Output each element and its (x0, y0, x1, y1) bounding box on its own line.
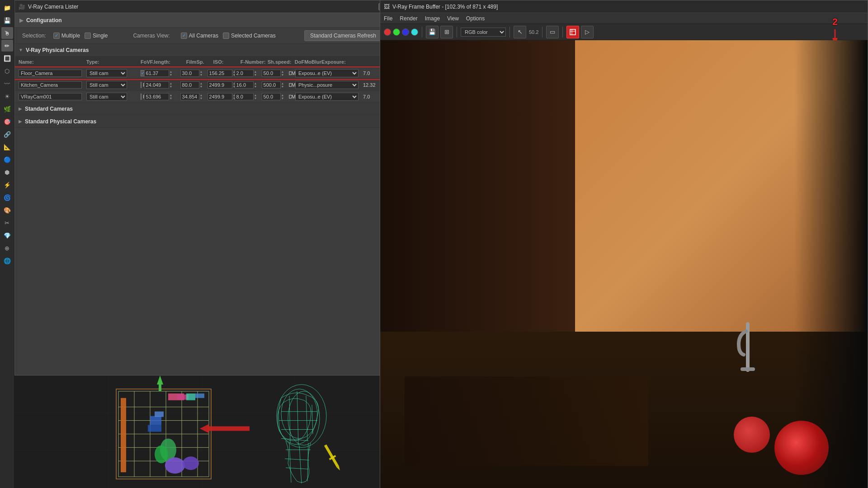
left-tool-globe[interactable]: 🌐 (1, 255, 13, 267)
floor-exposure-select[interactable]: Exposu..e (EV) (295, 69, 359, 77)
kitchen-exposure-select[interactable]: Physic...posure (295, 81, 359, 89)
vray-shspeed-spinner[interactable]: ▲▼ (281, 94, 284, 100)
left-tool-sun[interactable]: ☀ (1, 90, 13, 102)
camera-lister-icon: 🎥 (19, 4, 25, 10)
vray-flength-input[interactable] (144, 93, 169, 100)
left-tool-select[interactable]: 🖱 (1, 27, 13, 39)
fb-menu-render[interactable]: Render (400, 15, 417, 22)
vray-flength-spinner[interactable]: ▲▼ (170, 94, 173, 100)
svg-point-28 (155, 445, 168, 463)
viewport-3d[interactable] (14, 375, 390, 488)
kitchen-camera-type-select[interactable]: Still cam (86, 81, 127, 89)
floor-shspeed-spinner[interactable]: ▲▼ (281, 70, 284, 76)
col-dof-header: DoF (295, 59, 304, 65)
kitchen-flength-spinner[interactable]: ▲▼ (170, 82, 173, 88)
fb-tool-grid[interactable]: ⊞ (440, 26, 453, 38)
vray-physical-cameras-label: V-Ray Physical Cameras (26, 47, 89, 53)
standard-cameras-section[interactable]: ▶ Standard Cameras (15, 103, 389, 115)
left-tool-box[interactable]: 🔳 (1, 52, 13, 64)
vray-physical-cameras-section[interactable]: ▼ V-Ray Physical Cameras (15, 44, 389, 56)
floor-filmsp-input[interactable] (180, 70, 199, 77)
fb-menu-options[interactable]: Options (466, 15, 485, 22)
vray-shspeed-input[interactable] (262, 93, 281, 100)
all-cameras-checkbox[interactable] (181, 33, 187, 39)
left-tool-cut[interactable]: ✂ (1, 217, 13, 229)
annotation-number: 2 (832, 17, 837, 27)
floor-shspeed-input[interactable] (262, 70, 281, 77)
vray-exposure-select[interactable]: Exposu..e (EV) (295, 93, 359, 101)
left-tool-bolt[interactable]: ⚡ (1, 179, 13, 191)
standard-physical-cameras-section[interactable]: ▶ Standard Physical Cameras (15, 115, 389, 128)
left-tool-paint[interactable]: 🎨 (1, 204, 13, 216)
kitchen-flength-input[interactable] (144, 81, 169, 89)
viewport-canvas[interactable] (14, 375, 390, 488)
floor-camera-name-input[interactable] (19, 70, 82, 77)
left-tool-file[interactable]: 📁 (1, 2, 13, 14)
fb-tool-cursor[interactable]: ↖ (514, 26, 526, 38)
kitchen-filmsp-spinner[interactable]: ▲▼ (200, 82, 203, 88)
kitchen-fnumber-input[interactable] (235, 81, 254, 89)
left-tool-gem[interactable]: 💎 (1, 230, 13, 241)
multiple-radio[interactable]: Multiple (53, 33, 80, 39)
vray-filmsp-spinner[interactable]: ▲▼ (200, 94, 203, 100)
left-tool-edit[interactable]: ✏ (1, 40, 13, 52)
left-tool-target[interactable]: 🎯 (1, 116, 13, 127)
kitchen-fnumber-spinner[interactable]: ▲▼ (254, 82, 257, 88)
kitchen-shspeed-input[interactable] (262, 81, 281, 89)
single-checkbox[interactable] (85, 33, 91, 39)
kitchen-filmsp-input[interactable] (180, 81, 199, 89)
vray-filmsp-input[interactable] (180, 93, 199, 100)
single-radio[interactable]: Single (85, 33, 108, 39)
all-cameras-radio[interactable]: All Cameras (181, 33, 218, 39)
left-tool-swirl[interactable]: 🌀 (1, 192, 13, 203)
selected-cameras-checkbox[interactable] (223, 33, 229, 39)
fb-tool-next[interactable]: ▷ (581, 26, 594, 38)
vray-fnumber-spinner[interactable]: ▲▼ (254, 94, 257, 100)
multiple-checkbox[interactable] (53, 33, 60, 39)
kitchen-camera-name-input[interactable] (19, 81, 82, 89)
floor-fnumber-input[interactable] (235, 70, 254, 77)
standard-cameras-arrow: ▶ (19, 106, 22, 111)
fb-color-select[interactable]: RGB color (461, 28, 506, 37)
kitchen-iso-input[interactable] (208, 81, 232, 89)
left-tool-measure[interactable]: 📐 (1, 141, 13, 153)
floor-flength-spinner[interactable]: ▲▼ (170, 70, 173, 76)
vray-fnumber-input[interactable] (235, 93, 254, 100)
vray-camera-type-select[interactable]: Still cam (86, 93, 127, 101)
kitchen-fov-checkbox[interactable] (141, 82, 142, 88)
floor-flength-input[interactable] (144, 70, 169, 77)
standard-cameras-refresh-btn[interactable]: Standard Cameras Refresh (304, 30, 382, 41)
left-tool-hex2[interactable]: ⬢ (1, 166, 13, 178)
color-red[interactable] (384, 28, 391, 36)
vray-fov-checkbox[interactable] (141, 94, 142, 100)
vray-iso-input[interactable] (208, 93, 232, 100)
fb-tool-frame[interactable]: ▭ (546, 26, 559, 38)
left-tool-add[interactable]: ⊕ (1, 242, 13, 254)
floor-fnumber-spinner[interactable]: ▲▼ (254, 70, 257, 76)
selected-cameras-radio[interactable]: Selected Cameras (223, 33, 276, 39)
left-tool-tree[interactable]: 🌿 (1, 103, 13, 115)
left-tool-wave[interactable]: 〰 (1, 78, 13, 89)
left-tool-circle[interactable]: 🔵 (1, 154, 13, 165)
multiple-label: Multiple (61, 33, 80, 39)
fb-menu-file[interactable]: File (384, 15, 392, 22)
floor-camera-type-select[interactable]: Still cam (86, 69, 127, 77)
fb-menu-image[interactable]: Image (425, 15, 440, 22)
fb-tool-highlighted[interactable] (566, 26, 579, 38)
color-cyan[interactable] (411, 28, 418, 36)
fb-menu-view[interactable]: View (447, 15, 459, 22)
left-tool-hex[interactable]: ⬡ (1, 65, 13, 77)
vray-camera-name-input[interactable] (19, 93, 82, 100)
floor-fov-checkbox[interactable]: ✓ (141, 70, 144, 76)
kitchen-shspeed-spinner[interactable]: ▲▼ (281, 82, 284, 88)
color-blue[interactable] (402, 28, 409, 36)
left-tool-link[interactable]: 🔗 (1, 128, 13, 140)
vray-fnumber: ▲▼ (235, 93, 262, 100)
fb-sep-1 (422, 27, 422, 38)
camera-row-kitchen: Still cam FoV ▲▼ ▲▼ (15, 79, 389, 91)
fb-tool-save[interactable]: 💾 (426, 26, 439, 38)
color-green[interactable] (393, 28, 400, 36)
floor-filmsp-spinner[interactable]: ▲▼ (200, 70, 203, 76)
left-tool-save[interactable]: 💾 (1, 14, 13, 26)
floor-iso-input[interactable] (208, 70, 232, 77)
